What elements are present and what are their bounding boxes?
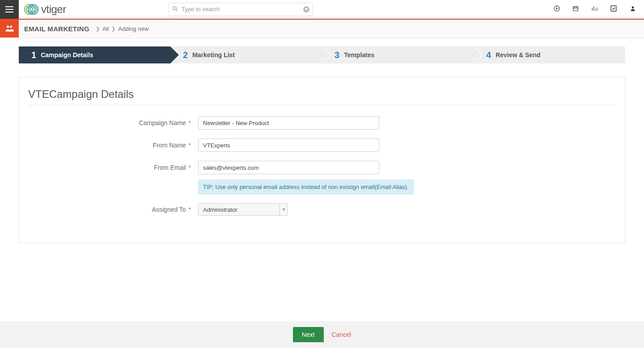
input-from-name[interactable] <box>198 138 379 152</box>
vtiger-logo-icon: vtiger <box>23 3 90 16</box>
global-search <box>169 3 313 16</box>
sidebar-module-tab[interactable] <box>0 19 19 38</box>
step-campaign-details[interactable]: 1 Campaign Details <box>19 46 170 63</box>
breadcrumb-module[interactable]: EMAIL MARKETING <box>24 25 89 33</box>
step-label: Review & Send <box>496 51 540 59</box>
step-number: 1 <box>31 50 36 60</box>
hamburger-icon <box>5 6 13 13</box>
label-campaign-name: Campaign Name * <box>28 119 198 126</box>
user-icon[interactable] <box>630 5 636 13</box>
search-icon <box>172 6 178 13</box>
step-label: Campaign Details <box>41 51 93 59</box>
step-marketing-list[interactable]: 2 Marketing List <box>170 46 322 63</box>
label-from-email: From Email * <box>28 164 198 171</box>
menu-toggle[interactable] <box>0 0 19 19</box>
add-icon[interactable] <box>554 5 560 13</box>
row-assigned-to: Assigned To * Administrator ▼ <box>28 203 616 216</box>
svg-rect-3 <box>573 7 578 11</box>
step-number: 4 <box>486 50 491 60</box>
step-review-send[interactable]: 4 Review & Send <box>474 46 625 63</box>
step-templates[interactable]: 3 Templates <box>322 46 474 63</box>
row-from-name: From Name * <box>28 138 616 152</box>
select-value: Administrator <box>198 203 288 216</box>
chevron-right-icon: ❯ <box>96 26 100 32</box>
breadcrumb-all[interactable]: All <box>102 25 109 32</box>
row-campaign-name: Campaign Name * <box>28 116 616 130</box>
label-from-name: From Name * <box>28 142 198 149</box>
required-asterisk: * <box>187 142 191 149</box>
form-panel: VTECampaign Details Campaign Name * From… <box>19 77 625 243</box>
tasks-icon[interactable] <box>610 5 617 13</box>
calendar-icon[interactable] <box>572 5 579 13</box>
tip-message: TIP: Use only personal email address ins… <box>198 180 414 194</box>
tip-row: TIP: Use only personal email address ins… <box>198 180 616 194</box>
chart-icon[interactable] <box>591 5 597 13</box>
step-number: 2 <box>183 50 188 60</box>
row-from-email: From Email * <box>28 161 616 174</box>
search-input[interactable] <box>169 3 313 16</box>
required-asterisk: * <box>187 206 191 213</box>
panel-title: VTECampaign Details <box>28 88 616 105</box>
svg-point-6 <box>7 25 9 28</box>
required-asterisk: * <box>187 164 191 171</box>
input-from-email[interactable] <box>198 161 379 174</box>
svg-text:vtiger: vtiger <box>41 3 66 15</box>
svg-point-5 <box>632 6 634 8</box>
main-content: 1 Campaign Details 2 Marketing List 3 Te… <box>0 38 644 243</box>
header-actions <box>554 5 644 13</box>
svg-rect-4 <box>611 6 616 11</box>
people-icon <box>5 25 14 32</box>
breadcrumb-current: Adding new <box>118 25 148 32</box>
wizard-steps: 1 Campaign Details 2 Marketing List 3 Te… <box>19 46 625 63</box>
svg-point-1 <box>173 6 177 10</box>
chevron-right-icon: ❯ <box>111 26 115 32</box>
search-dropdown-icon[interactable] <box>303 6 309 13</box>
svg-point-7 <box>10 25 12 28</box>
app-header: vtiger <box>0 0 644 19</box>
step-label: Marketing List <box>192 51 235 59</box>
chevron-down-icon: ▼ <box>280 203 288 216</box>
breadcrumb: EMAIL MARKETING ❯ All ❯ Adding new <box>19 20 644 38</box>
select-assigned-to[interactable]: Administrator ▼ <box>198 203 288 216</box>
label-assigned-to: Assigned To * <box>28 206 198 213</box>
input-campaign-name[interactable] <box>198 116 379 130</box>
required-asterisk: * <box>187 119 191 126</box>
app-logo[interactable]: vtiger <box>23 3 90 16</box>
step-label: Templates <box>344 51 374 59</box>
step-number: 3 <box>335 50 339 60</box>
